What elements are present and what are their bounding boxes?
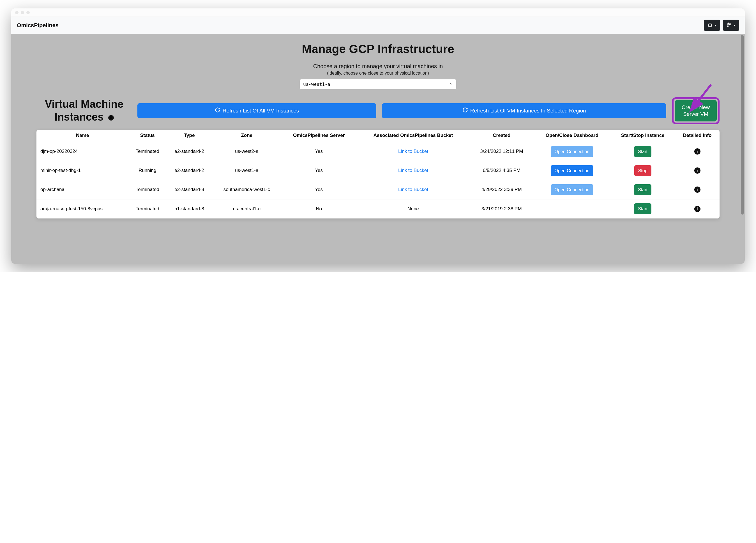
- table-row: araja-rnaseq-test-150-8vcpusTerminatedn1…: [36, 199, 720, 218]
- info-icon[interactable]: i: [694, 167, 700, 174]
- open-connection-button[interactable]: Open Connection: [551, 184, 594, 195]
- scrollbar-thumb[interactable]: [741, 35, 744, 215]
- col-created: Created: [470, 130, 534, 142]
- annotation-highlight-box: Create New Server VM: [672, 97, 720, 124]
- region-select-wrap: us-west1-a: [299, 79, 457, 89]
- cell-created: 6/5/2022 4:35 PM: [470, 161, 534, 180]
- cell-bucket[interactable]: Link to Bucket: [357, 142, 470, 161]
- col-zone: Zone: [212, 130, 281, 142]
- cell-type: e2-standard-8: [166, 180, 212, 199]
- cell-dashboard: Open Connection: [534, 142, 611, 161]
- create-vm-button[interactable]: Create New Server VM: [675, 100, 717, 121]
- cell-server: Yes: [281, 161, 357, 180]
- cell-detail: i: [675, 142, 720, 161]
- col-startstop: Start/Stop Instance: [610, 130, 675, 142]
- open-connection-button[interactable]: Open Connection: [551, 165, 594, 176]
- cell-status: Terminated: [128, 180, 166, 199]
- col-dashboard: Open/Close Dashboard: [534, 130, 611, 142]
- window-zoom-dot[interactable]: [26, 11, 30, 14]
- info-icon[interactable]: i: [694, 187, 700, 193]
- refresh-region-instances-button[interactable]: Refresh List Of VM Instances In Selected…: [382, 103, 666, 118]
- start-instance-button[interactable]: Start: [634, 203, 651, 214]
- cell-detail: i: [675, 180, 720, 199]
- vm-instances-table: Name Status Type Zone OmicsPipelines Ser…: [36, 130, 720, 219]
- cell-zone: us-central1-c: [212, 199, 281, 218]
- cell-name: op-archana: [36, 180, 128, 199]
- action-row: Virtual Machine Instances i Refresh List…: [11, 97, 745, 130]
- col-type: Type: [166, 130, 212, 142]
- cell-zone: us-west1-a: [212, 161, 281, 180]
- stop-instance-button[interactable]: Stop: [634, 165, 651, 176]
- cell-server: Yes: [281, 180, 357, 199]
- refresh-icon: [462, 107, 468, 114]
- table-header-row: Name Status Type Zone OmicsPipelines Ser…: [36, 130, 720, 142]
- cell-created: 4/29/2022 3:39 PM: [470, 180, 534, 199]
- col-name: Name: [36, 130, 128, 142]
- scrollbar-track[interactable]: [740, 35, 744, 259]
- caret-down-icon: ▼: [714, 24, 717, 27]
- cell-bucket[interactable]: Link to Bucket: [357, 161, 470, 180]
- cell-startstop: Start: [610, 142, 675, 161]
- cell-status: Terminated: [128, 199, 166, 218]
- col-detail: Detailed Info: [675, 130, 720, 142]
- content-area: Manage GCP Infrastructure Choose a regio…: [11, 34, 745, 264]
- cell-bucket[interactable]: Link to Bucket: [357, 180, 470, 199]
- cell-dashboard: Open Connection: [534, 161, 611, 180]
- notifications-button[interactable]: ▼: [704, 20, 720, 31]
- cell-status: Running: [128, 161, 166, 180]
- window-close-dot[interactable]: [15, 11, 19, 14]
- cell-bucket: None: [357, 199, 470, 218]
- cell-zone: southamerica-west1-c: [212, 180, 281, 199]
- region-select[interactable]: us-west1-a: [299, 79, 457, 89]
- caret-down-icon: ▼: [733, 24, 736, 27]
- cell-created: 3/21/2019 2:38 PM: [470, 199, 534, 218]
- sliders-icon: [726, 22, 732, 29]
- info-icon[interactable]: i: [108, 115, 114, 121]
- page-title: Manage GCP Infrastructure: [11, 42, 745, 56]
- start-instance-button[interactable]: Start: [634, 184, 651, 195]
- col-bucket: Associated OmicsPipelines Bucket: [357, 130, 470, 142]
- cell-name: djm-op-20220324: [36, 142, 128, 161]
- col-status: Status: [128, 130, 166, 142]
- refresh-region-label: Refresh List Of VM Instances In Selected…: [470, 107, 586, 114]
- info-icon[interactable]: i: [694, 206, 700, 212]
- svg-point-4: [729, 24, 730, 25]
- cell-created: 3/24/2022 12:11 PM: [470, 142, 534, 161]
- navbar-right: ▼ ▼: [704, 20, 739, 31]
- cell-type: e2-standard-2: [166, 161, 212, 180]
- section-heading: Virtual Machine Instances i: [36, 98, 132, 123]
- refresh-icon: [215, 107, 220, 114]
- window-titlebar: [11, 8, 745, 17]
- cell-zone: us-west2-a: [212, 142, 281, 161]
- open-connection-button[interactable]: Open Connection: [551, 146, 594, 157]
- refresh-all-instances-button[interactable]: Refresh List Of All VM Instances: [137, 103, 376, 118]
- cell-detail: i: [675, 161, 720, 180]
- cell-name: mihir-op-test-dbg-1: [36, 161, 128, 180]
- cell-dashboard: [534, 199, 611, 218]
- create-vm-label: Create New Server VM: [681, 104, 711, 118]
- start-instance-button[interactable]: Start: [634, 146, 651, 157]
- cell-status: Terminated: [128, 142, 166, 161]
- table-row: op-archanaTerminatede2-standard-8southam…: [36, 180, 720, 199]
- cell-startstop: Start: [610, 199, 675, 218]
- cell-type: e2-standard-2: [166, 142, 212, 161]
- settings-button[interactable]: ▼: [723, 20, 739, 31]
- cell-detail: i: [675, 199, 720, 218]
- brand-title[interactable]: OmicsPipelines: [17, 22, 59, 29]
- bell-icon: [707, 22, 713, 29]
- page-subtitle: Choose a region to manage your virtual m…: [11, 63, 745, 70]
- col-server: OmicsPipelines Server: [281, 130, 357, 142]
- cell-startstop: Stop: [610, 161, 675, 180]
- section-heading-wrap: Virtual Machine Instances i: [36, 98, 132, 123]
- svg-point-3: [728, 23, 729, 24]
- table-row: mihir-op-test-dbg-1Runninge2-standard-2u…: [36, 161, 720, 180]
- cell-name: araja-rnaseq-test-150-8vcpus: [36, 199, 128, 218]
- cell-startstop: Start: [610, 180, 675, 199]
- refresh-all-label: Refresh List Of All VM Instances: [223, 107, 299, 114]
- vm-instances-table-card: Name Status Type Zone OmicsPipelines Ser…: [36, 130, 720, 219]
- cell-type: n1-standard-8: [166, 199, 212, 218]
- window-minimize-dot[interactable]: [21, 11, 24, 14]
- app-window: OmicsPipelines ▼ ▼ Manage GCP Infrastruc…: [11, 8, 745, 264]
- svg-point-5: [727, 26, 728, 26]
- info-icon[interactable]: i: [694, 148, 700, 155]
